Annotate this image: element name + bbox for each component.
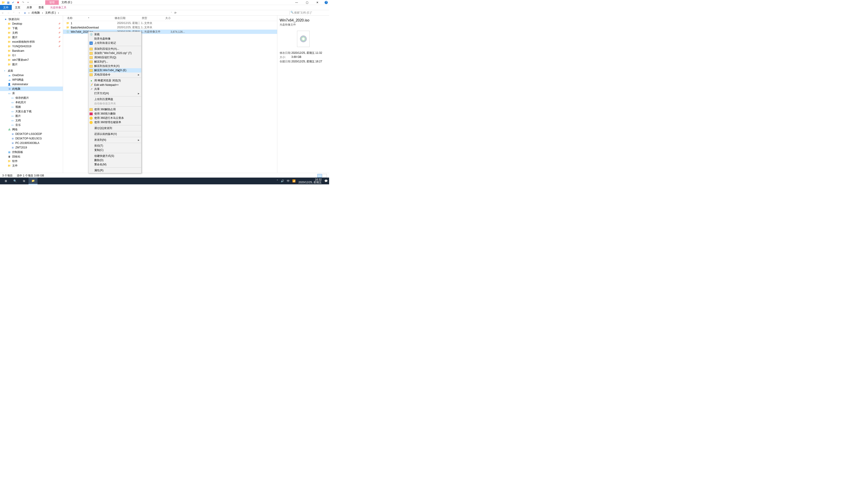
context-menu-item[interactable]: 使用 360进行木马云查杀: [88, 116, 141, 120]
breadcrumb-this-pc[interactable]: 此电脑: [32, 11, 40, 15]
ime-indicator[interactable]: 中: [287, 179, 289, 183]
nav-recent-dropdown[interactable]: ˅: [12, 12, 16, 14]
context-menu-item[interactable]: 解压到 Win7x64_2020\ (E): [88, 68, 141, 72]
breadcrumb-sep[interactable]: ›: [42, 11, 43, 14]
tree-user[interactable]: 👤Administrator: [0, 82, 63, 87]
qat-open-icon[interactable]: ▦: [6, 1, 10, 4]
context-menu-item[interactable]: 剪切(T): [88, 144, 141, 148]
tree-lib-item[interactable]: ▭天翼云盘下载: [0, 109, 63, 113]
context-menu-item[interactable]: 重命名(M): [88, 162, 141, 167]
context-menu-item[interactable]: ●用 蜂蜜浏览器 浏览(3): [88, 78, 141, 83]
context-menu-item[interactable]: 发送到(N)▶: [88, 138, 141, 142]
ribbon-tab-home[interactable]: 主页: [12, 5, 24, 10]
view-icons-button[interactable]: [322, 174, 327, 177]
file-row[interactable]: 📁12020/12/15, 星期二 1...文件夹: [63, 21, 277, 25]
tree-quick-item[interactable]: 📁Bandicam: [0, 48, 63, 53]
view-details-button[interactable]: [317, 174, 322, 177]
tree-recycle[interactable]: 🗑回收站: [0, 154, 63, 159]
qat-check-icon[interactable]: ✔: [11, 1, 15, 4]
tree-quick-access[interactable]: ★快速访问: [0, 17, 63, 22]
tree-libraries[interactable]: ▭库: [0, 91, 63, 96]
col-type[interactable]: 类型: [142, 16, 165, 20]
tree-quick-item[interactable]: 📁文档: [0, 31, 63, 35]
context-menu-item[interactable]: ↗共享: [88, 87, 141, 91]
context-menu-item[interactable]: 💿装载: [88, 32, 141, 37]
breadcrumb-sep[interactable]: ›: [58, 11, 59, 14]
ribbon-tab-share[interactable]: 共享: [24, 5, 35, 10]
explorer-taskbar-button[interactable]: 📁: [29, 177, 37, 184]
col-name[interactable]: 名称: [63, 16, 115, 20]
task-view-button[interactable]: ⧉: [20, 177, 29, 184]
help-button[interactable]: ?: [324, 1, 328, 4]
tree-desktop[interactable]: ▪桌面: [0, 68, 63, 73]
context-menu-item[interactable]: 删除(D): [88, 158, 141, 162]
tray-chevron-icon[interactable]: ˄: [277, 180, 278, 183]
context-menu-item[interactable]: 📝Edit with Notepad++: [88, 83, 141, 87]
file-row[interactable]: 📁BaiduNetdiskDownload2020/12/25, 星期五 1..…: [63, 25, 277, 30]
ribbon-tab-view[interactable]: 查看: [35, 5, 47, 10]
context-menu-item[interactable]: 刻录光盘映像: [88, 37, 141, 41]
tree-this-pc[interactable]: 🖥此电脑: [0, 87, 63, 91]
maximize-button[interactable]: ▢: [304, 1, 310, 4]
tree-lib-item[interactable]: ▭视频: [0, 105, 63, 109]
tree-soft[interactable]: 📁软件: [0, 159, 63, 163]
minimize-button[interactable]: —: [293, 1, 300, 4]
tree-network-pc[interactable]: 🖥ZMT2019: [0, 145, 63, 150]
tree-quick-item[interactable]: 📁Desktop: [0, 22, 63, 26]
start-button[interactable]: ⊞: [1, 177, 10, 184]
context-menu-item[interactable]: 解压到当前文件夹(X): [88, 64, 141, 68]
tree-lib-item[interactable]: ▭本机照片: [0, 100, 63, 105]
tree-onedrive[interactable]: ☁OneDrive: [0, 73, 63, 77]
action-center-icon[interactable]: 💬: [324, 180, 328, 183]
context-menu-item[interactable]: 创建快捷方式(S): [88, 154, 141, 158]
context-menu-item[interactable]: 用360压缩打开(Q): [88, 55, 141, 60]
context-menu-item[interactable]: 解压到(F)...: [88, 60, 141, 64]
qat-undo-icon[interactable]: ↷: [21, 1, 25, 4]
tree-network[interactable]: 🖧网络: [0, 127, 63, 132]
tree-quick-item[interactable]: 📁win7重装win7: [0, 58, 63, 62]
tree-quick-item[interactable]: 📁图片: [0, 35, 63, 39]
tree-lib-item[interactable]: ▭图片: [0, 113, 63, 118]
context-menu-item[interactable]: 还原以前的版本(V): [88, 132, 141, 136]
context-menu-item[interactable]: 使用 360解除占用: [88, 107, 141, 111]
tree-quick-item[interactable]: 📁excel表格制作求和: [0, 39, 63, 44]
tree-files[interactable]: 📁文件: [0, 163, 63, 168]
tree-lib-item[interactable]: ▭音乐: [0, 123, 63, 127]
tree-control-panel[interactable]: ▦控制面板: [0, 150, 63, 154]
search-input[interactable]: 搜索"文档 (E:)": [289, 11, 328, 15]
tree-quick-item[interactable]: 📁图片: [0, 62, 63, 67]
context-menu-item[interactable]: 属性(R): [88, 168, 141, 173]
context-menu-item[interactable]: N上传到有道云笔记: [88, 41, 141, 45]
context-menu-item[interactable]: 添加到压缩文件(A)...: [88, 47, 141, 51]
context-menu-item[interactable]: 使用 360强力删除: [88, 111, 141, 116]
tree-quick-item[interactable]: 📁G:\: [0, 53, 63, 58]
tree-lib-item[interactable]: ▭文档: [0, 118, 63, 123]
context-menu-item[interactable]: 通过QQ发送到: [88, 126, 141, 130]
ribbon-tab-disc-tools[interactable]: 光盘映像工具: [47, 5, 70, 10]
tree-wps[interactable]: ☁WPS网盘: [0, 77, 63, 82]
taskbar-clock[interactable]: 16:32 2020/12/25, 星期五: [298, 178, 322, 184]
tree-lib-item[interactable]: ▭保存的图片: [0, 96, 63, 100]
tree-quick-item[interactable]: 📁YUNQISHI2019: [0, 44, 63, 48]
context-menu-item[interactable]: 上传到百度网盘: [88, 97, 141, 101]
address-dropdown-button[interactable]: ˅: [171, 12, 172, 14]
network-tray-icon[interactable]: 📶: [292, 180, 296, 183]
context-menu-item[interactable]: 其他压缩命令▶: [88, 72, 141, 77]
ribbon-tab-file[interactable]: 文件: [0, 5, 12, 10]
breadcrumb-folder[interactable]: 文档 (E:): [45, 11, 56, 15]
context-menu-item[interactable]: 复制(C): [88, 148, 141, 152]
col-size[interactable]: 大小: [165, 16, 183, 20]
qat-dropdown-icon[interactable]: ▾: [26, 1, 30, 4]
col-date[interactable]: 修改日期: [115, 16, 142, 20]
tree-network-pc[interactable]: 🖥PC-20190530OBLA: [0, 141, 63, 145]
tree-network-pc[interactable]: 🖥DESKTOP-NJEU3CG: [0, 136, 63, 141]
refresh-button[interactable]: ⟳: [174, 11, 177, 14]
tree-quick-item[interactable]: 📁下载: [0, 26, 63, 31]
breadcrumb-root[interactable]: ›: [29, 11, 29, 14]
qat-close-icon[interactable]: ✖: [16, 1, 20, 4]
close-button[interactable]: ✕: [314, 1, 320, 4]
tree-network-pc[interactable]: 🖥DESKTOP-LSSOEDP: [0, 132, 63, 136]
context-menu-item[interactable]: 打开方式(H)▶: [88, 91, 141, 96]
search-button[interactable]: 🔍: [10, 177, 20, 184]
volume-icon[interactable]: 🔊: [281, 180, 284, 183]
